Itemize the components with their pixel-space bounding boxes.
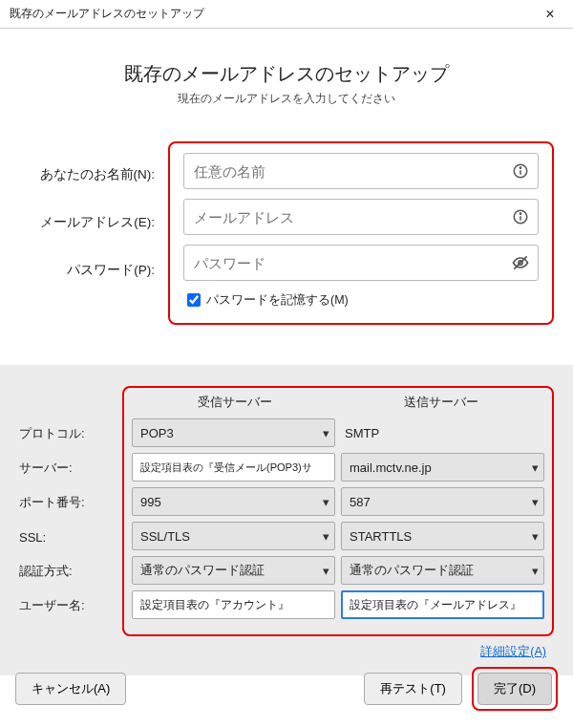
remember-password-label: パスワードを記憶する(M) [206, 292, 349, 309]
name-field[interactable] [183, 153, 539, 189]
done-button-highlight: 完了(D) [472, 667, 558, 711]
outgoing-auth-select[interactable] [341, 556, 544, 585]
account-fields-box: パスワードを記憶する(M) [168, 141, 554, 325]
label-protocol: プロトコル: [10, 417, 117, 451]
outgoing-port-select[interactable] [341, 487, 544, 516]
svg-point-5 [520, 213, 520, 214]
label-ssl: SSL: [10, 520, 117, 554]
page-heading: 既存のメールアドレスのセットアップ [10, 61, 563, 87]
email-field[interactable] [183, 199, 539, 235]
label-name: あなたのお名前(N): [19, 151, 168, 199]
incoming-auth-select[interactable] [132, 556, 335, 585]
incoming-protocol-select[interactable] [132, 418, 335, 447]
password-field[interactable] [183, 245, 539, 281]
outgoing-ssl-select[interactable] [341, 522, 544, 550]
incoming-port-select[interactable] [132, 487, 335, 516]
column-header-outgoing: 送信サーバー [338, 394, 544, 418]
incoming-username-field[interactable] [132, 590, 335, 619]
advanced-settings-link[interactable]: 詳細設定(A) [480, 645, 546, 658]
incoming-ssl-select[interactable] [132, 522, 335, 550]
page-subheading: 現在のメールアドレスを入力してください [10, 91, 563, 107]
label-auth: 認証方式: [10, 554, 117, 589]
outgoing-username-field[interactable] [341, 590, 544, 619]
server-settings-box: プロトコル: サーバー: ポート番号: SSL: 認証方式: ユーザー名: 受信… [122, 386, 554, 636]
info-icon[interactable] [510, 206, 531, 227]
label-user: ユーザー名: [10, 589, 117, 623]
svg-point-2 [520, 167, 520, 168]
eye-off-icon[interactable] [510, 252, 531, 273]
remember-password-checkbox[interactable] [187, 293, 201, 307]
incoming-server-field[interactable] [132, 453, 335, 482]
done-button[interactable]: 完了(D) [478, 673, 552, 705]
label-server: サーバー: [10, 451, 117, 485]
outgoing-server-select[interactable] [341, 453, 544, 482]
outgoing-protocol-value: SMTP [341, 418, 544, 447]
window-title: 既存のメールアドレスのセットアップ [10, 6, 204, 22]
label-port: ポート番号: [10, 485, 117, 520]
label-password: パスワード(P): [19, 246, 168, 294]
label-email: メールアドレス(E): [19, 199, 168, 246]
column-header-incoming: 受信サーバー [132, 394, 338, 418]
close-icon[interactable]: × [537, 4, 563, 25]
cancel-button[interactable]: キャンセル(A) [15, 673, 126, 705]
info-icon[interactable] [510, 161, 531, 182]
retest-button[interactable]: 再テスト(T) [364, 673, 462, 705]
